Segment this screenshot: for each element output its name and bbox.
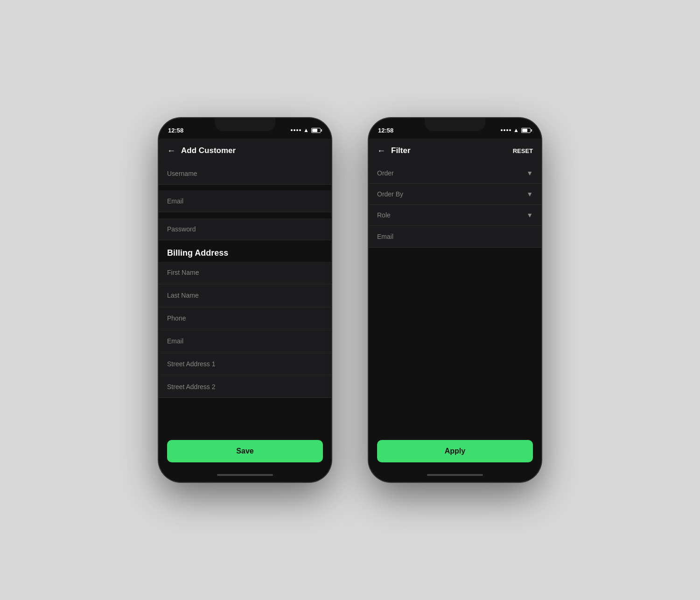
status-icons-2: ▲ [501,127,532,133]
header-2: ← Filter RESET [369,139,541,163]
save-button[interactable]: Save [167,440,323,462]
phone-1: 12:58 ▲ [159,118,331,482]
signal-dots-icon-2 [501,129,511,131]
home-bar-2 [427,474,483,476]
battery-icon-2 [521,128,532,133]
chevron-down-icon-orderby: ▼ [526,190,533,198]
signal-dots-icon [291,129,301,131]
wifi-icon-2: ▲ [513,127,519,133]
back-button-2[interactable]: ← [377,146,385,156]
notch [215,118,275,131]
battery-icon [311,128,322,133]
role-dropdown[interactable]: Role ▼ [369,205,541,226]
save-btn-area: Save [159,435,331,468]
street-address-2-input[interactable] [167,383,323,391]
password-input[interactable] [167,225,323,233]
first-name-field[interactable] [159,262,331,284]
apply-btn-area: Apply [369,435,541,468]
street-address-2-field[interactable] [159,376,331,398]
email-field[interactable] [159,190,331,212]
phone-input[interactable] [167,314,323,322]
street-address-1-input[interactable] [167,360,323,368]
header-1: ← Add Customer [159,139,331,163]
billing-email-field[interactable] [159,330,331,352]
home-bar-1 [217,474,273,476]
billing-address-title: Billing Address [159,241,331,262]
order-by-label: Order By [377,190,403,198]
reset-button[interactable]: RESET [513,147,533,154]
home-indicator-2 [369,468,541,482]
wifi-icon: ▲ [303,127,309,133]
order-label: Order [377,169,394,177]
chevron-down-icon-order: ▼ [526,169,533,177]
last-name-field[interactable] [159,285,331,307]
order-by-dropdown[interactable]: Order By ▼ [369,184,541,205]
page-title-1: Add Customer [181,146,236,155]
username-input[interactable] [167,170,323,177]
email-input[interactable] [167,197,323,205]
chevron-down-icon-role: ▼ [526,211,533,219]
status-icons-1: ▲ [291,127,322,133]
filter-email-field[interactable] [369,226,541,248]
last-name-input[interactable] [167,292,323,299]
page-title-2: Filter [391,146,411,155]
phone-2: 12:58 ▲ [369,118,541,482]
filter-content: Order ▼ Order By ▼ Role ▼ [369,163,541,435]
status-time-2: 12:58 [378,127,393,134]
password-field[interactable] [159,218,331,240]
status-time-1: 12:58 [168,127,183,134]
order-dropdown[interactable]: Order ▼ [369,163,541,184]
notch-2 [425,118,485,131]
first-name-input[interactable] [167,269,323,276]
back-button-1[interactable]: ← [167,146,175,156]
phone-field[interactable] [159,307,331,329]
filter-email-input[interactable] [377,233,533,240]
form-content-1: Billing Address [159,163,331,435]
billing-email-input[interactable] [167,337,323,345]
street-address-1-field[interactable] [159,353,331,375]
home-indicator-1 [159,468,331,482]
role-label: Role [377,211,391,219]
username-field[interactable] [159,163,331,185]
apply-button[interactable]: Apply [377,440,533,462]
